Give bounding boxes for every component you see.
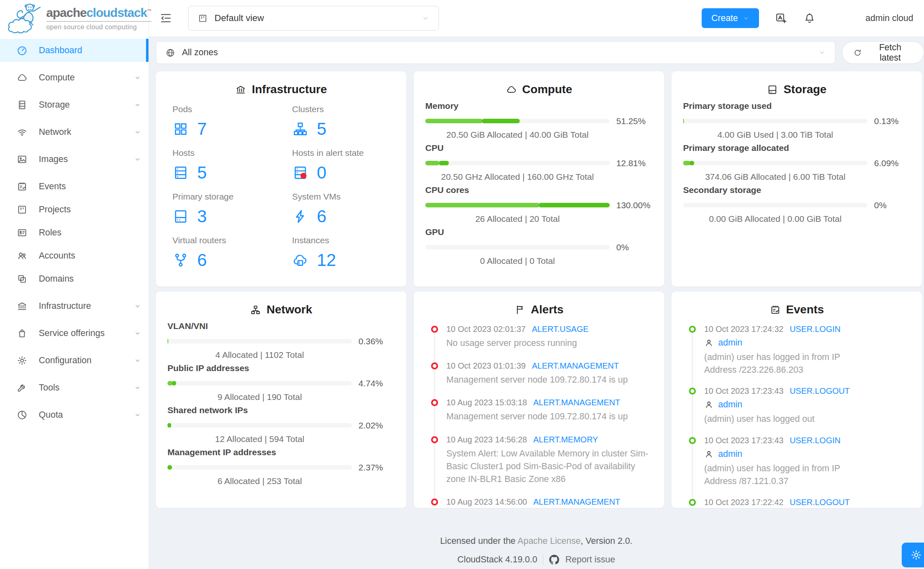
sidebar-item-compute[interactable]: Compute <box>0 66 148 89</box>
timeline-type-link[interactable]: ALERT.USAGE <box>532 324 588 334</box>
hdd-icon <box>767 84 778 95</box>
stat-virtual-routers[interactable]: Virtual routers6 <box>172 235 292 270</box>
sidebar-item-tools[interactable]: Tools <box>0 376 148 399</box>
sidebar-item-label: Storage <box>39 100 70 110</box>
progress-fill-light <box>683 119 684 123</box>
stat-number: 7 <box>197 119 207 139</box>
reload-icon <box>853 48 862 57</box>
apache-license-link[interactable]: Apache License <box>518 536 581 546</box>
stat-system-vms[interactable]: System VMs6 <box>292 192 395 226</box>
fetch-latest-button[interactable]: Fetch latest <box>842 41 924 64</box>
timeline-type-link[interactable]: USER.LOGOUT <box>790 498 850 507</box>
timeline-head: 10 Oct 2023 17:22:42USER.LOGOUT <box>704 498 910 507</box>
progress-fill <box>172 381 176 386</box>
timeline-date: 10 Oct 2023 02:01:37 <box>446 324 526 334</box>
menu-fold-icon[interactable] <box>159 12 172 25</box>
sidebar-item-roles[interactable]: Roles <box>0 221 148 244</box>
stat-label: Primary storage <box>172 192 292 202</box>
stat-value: 0 <box>292 163 395 183</box>
timeline-type-link[interactable]: USER.LOGIN <box>790 436 840 445</box>
chevron-down-icon <box>134 156 141 163</box>
report-issue-link[interactable]: Report issue <box>565 555 615 565</box>
block-icon <box>16 273 28 284</box>
timeline-type-link[interactable]: ALERT.MEMORY <box>533 435 598 444</box>
project-icon <box>198 13 208 24</box>
alert-marker <box>431 436 438 443</box>
apartment-icon <box>250 304 261 315</box>
user-icon <box>704 338 714 348</box>
timeline-head: 10 Oct 2023 17:24:32USER.LOGIN <box>704 324 910 334</box>
timeline-user: admin <box>704 400 910 410</box>
sidebar-item-domains[interactable]: Domains <box>0 267 148 290</box>
timeline-type-link[interactable]: USER.LOGOUT <box>790 386 850 396</box>
user-avatar[interactable] <box>828 6 862 31</box>
timeline-user-link[interactable]: admin <box>718 338 742 348</box>
translate-icon[interactable] <box>775 12 787 25</box>
sidebar-item-projects[interactable]: Projects <box>0 198 148 221</box>
progress-bar <box>683 161 867 165</box>
view-select-value: Default view <box>214 13 264 24</box>
stat-clusters[interactable]: Clusters5 <box>292 104 395 139</box>
stat-value: 3 <box>172 207 292 226</box>
user-icon <box>704 400 714 409</box>
timeline-type-link[interactable]: USER.LOGIN <box>790 324 840 334</box>
progress-section-cpu-cores: CPU cores130.00%26 Allocated | 20 Total <box>425 185 653 224</box>
sidebar-item-quota[interactable]: Quota <box>0 403 148 426</box>
stat-primary-storage[interactable]: Primary storage3 <box>172 192 292 226</box>
project-icon <box>16 204 28 215</box>
fetch-latest-label: Fetch latest <box>867 42 913 63</box>
progress-caption: 6 Allocated | 253 Total <box>167 476 352 486</box>
timeline-type-link[interactable]: ALERT.MANAGEMENT <box>533 398 620 407</box>
timeline-type-link[interactable]: ALERT.MANAGEMENT <box>532 361 619 371</box>
cloudmonkey-logo-icon <box>4 1 45 35</box>
timeline-date: 10 Aug 2023 15:03:18 <box>446 398 527 407</box>
license-line: Licensed under the Apache License, Versi… <box>148 536 924 546</box>
schedule-icon <box>16 181 28 192</box>
sidebar-item-storage[interactable]: Storage <box>0 93 148 116</box>
stat-label: Instances <box>292 235 395 245</box>
dashboard-grid: Infrastructure Pods7Clusters5Hosts5Hosts… <box>156 71 922 508</box>
timeline-date: 10 Oct 2023 01:01:39 <box>446 361 526 371</box>
sidebar-item-infrastructure[interactable]: Infrastructure <box>0 294 148 317</box>
timeline-type-link[interactable]: ALERT.MANAGEMENT <box>533 497 620 507</box>
timeline-date: 10 Oct 2023 17:22:42 <box>704 498 783 507</box>
progress-fill <box>539 203 610 207</box>
settings-fab-button[interactable] <box>902 543 924 567</box>
stat-hosts[interactable]: Hosts5 <box>172 148 292 183</box>
progress-section-primary-storage-used: Primary storage used0.13%4.00 GiB Used |… <box>683 101 910 140</box>
stat-pods[interactable]: Pods7 <box>172 104 292 139</box>
stat-instances[interactable]: Instances12 <box>292 235 395 270</box>
sidebar-item-network[interactable]: Network <box>0 120 148 143</box>
zone-select[interactable]: All zones <box>156 41 835 64</box>
timeline-user-link[interactable]: admin <box>718 400 742 410</box>
stat-label: Pods <box>172 104 292 114</box>
hdd-icon <box>172 208 189 225</box>
network-card: Network VLAN/VNI0.36%4 Allocated | 1102 … <box>156 292 406 508</box>
timeline-user-link[interactable]: admin <box>718 449 742 459</box>
progress-percent: 0.13% <box>874 116 910 126</box>
timeline-head: 10 Aug 2023 14:56:28ALERT.MEMORY <box>446 435 653 444</box>
bell-icon[interactable] <box>803 12 816 25</box>
infrastructure-stats: Pods7Clusters5Hosts5Hosts in alert state… <box>167 101 395 279</box>
progress-bar <box>167 339 352 343</box>
progress-section-primary-storage-allocated: Primary storage allocated6.09%374.06 GiB… <box>683 143 910 182</box>
chevron-down-icon <box>134 129 141 136</box>
stat-number: 5 <box>317 119 326 139</box>
sidebar-item-events[interactable]: Events <box>0 175 148 198</box>
create-button[interactable]: Create <box>702 8 759 28</box>
sidebar-item-service-offerings[interactable]: Service offerings <box>0 322 148 345</box>
wifi-icon <box>16 127 28 138</box>
event-item: 10 Oct 2023 17:24:32USER.LOGINadmin(admi… <box>689 324 910 376</box>
progress-label: Shared network IPs <box>167 405 395 415</box>
app-logo[interactable]: apachecloudstack™ open source cloud comp… <box>0 0 148 36</box>
sidebar-item-configuration[interactable]: Configuration <box>0 349 148 372</box>
view-select[interactable]: Default view <box>188 6 439 31</box>
progress-bar <box>425 203 610 207</box>
timeline-head: 10 Oct 2023 17:23:43USER.LOGIN <box>704 436 910 445</box>
progress-row: 12.81% <box>425 158 653 168</box>
sidebar-item-dashboard[interactable]: Dashboard <box>0 39 148 62</box>
timeline-date: 10 Aug 2023 14:56:28 <box>446 435 527 444</box>
sidebar-item-images[interactable]: Images <box>0 148 148 171</box>
sidebar-item-accounts[interactable]: Accounts <box>0 244 148 267</box>
stat-hosts-in-alert-state[interactable]: Hosts in alert state0 <box>292 148 395 183</box>
